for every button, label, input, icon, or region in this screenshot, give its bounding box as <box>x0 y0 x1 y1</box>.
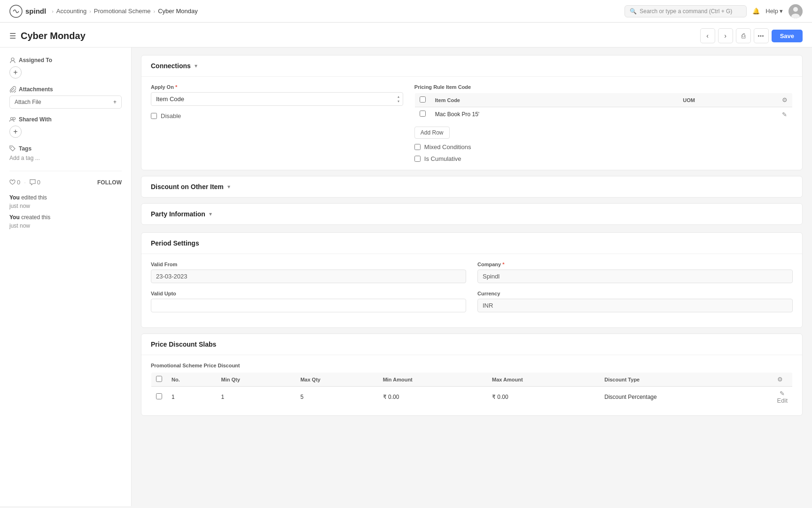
follow-button[interactable]: FOLLOW <box>97 179 122 186</box>
hamburger-icon[interactable]: ☰ <box>9 32 16 40</box>
party-information-header[interactable]: Party Information ▾ <box>141 204 802 224</box>
period-settings-header[interactable]: Period Settings <box>141 233 802 254</box>
attachment-icon <box>9 86 16 93</box>
period-settings-title: Period Settings <box>151 239 199 247</box>
activity-action-0: edited this <box>21 194 47 201</box>
tag-icon <box>9 145 16 152</box>
shared-with-section: Shared With + <box>9 116 122 138</box>
logo[interactable]: spindl <box>9 5 46 18</box>
connections-header[interactable]: Connections ▾ <box>141 56 802 77</box>
period-row-2: Valid Upto Currency <box>151 291 793 312</box>
search-bar[interactable]: 🔍 Search or type a command (Ctrl + G) <box>625 5 747 17</box>
page-header-bar: ☰ Cyber Monday ‹ › ⎙ ••• Save <box>0 23 812 48</box>
row-edit-button-0[interactable]: ✎ <box>782 111 787 118</box>
topnav-right: 🔍 Search or type a command (Ctrl + G) 🔔 … <box>625 4 803 18</box>
period-settings-body: Valid From Company * Valid Upto <box>141 254 802 327</box>
valid-upto-input[interactable] <box>151 299 466 312</box>
disc-td-max-qty-0: 5 <box>296 387 378 408</box>
disc-th-discount-type: Discount Type <box>600 373 772 387</box>
heart-icon <box>9 179 16 185</box>
save-button[interactable]: Save <box>772 30 803 42</box>
add-tag-link[interactable]: Add a tag ... <box>9 155 122 161</box>
chevron-right-icon: › <box>724 32 726 40</box>
discount-table-select-all[interactable] <box>156 376 162 382</box>
discount-chevron-icon: ▾ <box>227 183 230 190</box>
likes-count: 0 <box>17 179 20 186</box>
attach-file-button[interactable]: Attach File + <box>9 95 122 109</box>
discount-other-item-title: Discount on Other Item <box>151 183 224 190</box>
attach-file-label: Attach File <box>15 99 41 105</box>
print-button[interactable]: ⎙ <box>736 28 751 43</box>
comment-button[interactable]: 0 <box>30 179 40 186</box>
bell-icon[interactable]: 🔔 <box>752 8 760 15</box>
disc-td-max-amount-0: ₹ 0.00 <box>487 387 600 408</box>
discount-row-edit-button-0[interactable]: ✎ Edit <box>777 390 788 404</box>
apply-on-required: * <box>175 84 177 90</box>
svg-point-7 <box>11 147 12 148</box>
mixed-conditions-label[interactable]: Mixed Conditions <box>424 143 471 151</box>
connections-title: Connections <box>151 62 191 70</box>
activity-time-0: just now <box>9 203 30 209</box>
disable-checkbox-row: Disable <box>151 112 403 119</box>
attachments-label: Attachments <box>19 86 53 93</box>
add-assigned-to-button[interactable]: + <box>9 66 22 79</box>
table-settings-button[interactable]: ⚙ <box>782 96 788 103</box>
add-shared-with-button[interactable]: + <box>9 126 22 138</box>
disc-td-discount-type-0: Discount Percentage <box>600 387 772 408</box>
mixed-conditions-checkbox[interactable] <box>414 144 421 150</box>
discount-table: No. Min Qty Max Qty Min Amount Max Amoun… <box>151 372 793 408</box>
search-icon: 🔍 <box>630 8 637 15</box>
disable-checkbox[interactable] <box>151 113 157 119</box>
disc-th-settings: ⚙ <box>773 373 793 387</box>
currency-group: Currency <box>477 291 793 312</box>
disc-td-min-qty-0: 1 <box>216 387 296 408</box>
more-button[interactable]: ••• <box>754 28 769 43</box>
party-information-title: Party Information <box>151 210 205 218</box>
like-button[interactable]: 0 <box>9 179 20 186</box>
disc-td-no-0: 1 <box>167 387 216 408</box>
top-navigation: spindl › Accounting › Promotional Scheme… <box>0 0 812 23</box>
disc-th-checkbox <box>151 373 167 387</box>
valid-upto-label: Valid Upto <box>151 291 466 296</box>
valid-upto-group: Valid Upto <box>151 291 466 312</box>
is-cumulative-label[interactable]: Is Cumulative <box>424 155 461 162</box>
tags-label: Tags <box>19 145 31 152</box>
company-required: * <box>502 262 504 267</box>
print-icon: ⎙ <box>742 32 745 40</box>
svg-point-5 <box>11 118 13 120</box>
next-button[interactable]: › <box>718 28 733 43</box>
activity-log: You edited this just now You created thi… <box>9 193 122 230</box>
th-uom: UOM <box>678 93 777 107</box>
activity-action-1: created this <box>21 214 50 221</box>
company-input[interactable] <box>477 270 793 283</box>
breadcrumb-sep-1: › <box>89 8 91 14</box>
help-button[interactable]: Help ▾ <box>765 8 783 15</box>
activity-log-item-0: You edited this just now <box>9 193 122 210</box>
disc-td-checkbox-0 <box>151 387 167 408</box>
attachments-section: Attachments Attach File + <box>9 86 122 109</box>
apply-on-select[interactable]: Item Code Item Group Brand <box>151 92 403 106</box>
valid-from-input[interactable] <box>151 270 466 283</box>
avatar[interactable] <box>789 4 803 18</box>
breadcrumb-promotional-scheme[interactable]: Promotional Scheme <box>94 8 151 15</box>
activity-user-0: You <box>9 194 20 201</box>
logo-text: spindl <box>25 7 46 15</box>
disable-label[interactable]: Disable <box>161 112 181 119</box>
assigned-to-title: Assigned To <box>9 57 122 64</box>
discount-other-item-header[interactable]: Discount on Other Item ▾ <box>141 176 802 197</box>
td-checkbox-0 <box>414 107 430 122</box>
price-discount-header[interactable]: Price Discount Slabs <box>141 334 802 355</box>
connections-left: Apply On * Item Code Item Group Brand <box>151 84 403 162</box>
pricing-table-select-all[interactable] <box>420 96 426 103</box>
connections-form-row: Apply On * Item Code Item Group Brand <box>151 84 793 162</box>
comment-icon <box>30 179 36 185</box>
add-row-button[interactable]: Add Row <box>414 127 450 139</box>
is-cumulative-checkbox[interactable] <box>414 156 421 162</box>
prev-button[interactable]: ‹ <box>700 28 715 43</box>
breadcrumb-accounting[interactable]: Accounting <box>56 8 86 15</box>
discount-table-settings-button[interactable]: ⚙ <box>777 376 783 383</box>
discount-row-checkbox-0[interactable] <box>156 393 162 399</box>
row-checkbox-0[interactable] <box>420 111 426 117</box>
condition-checkboxes: Mixed Conditions Is Cumulative <box>414 143 793 162</box>
currency-input[interactable] <box>477 299 793 312</box>
